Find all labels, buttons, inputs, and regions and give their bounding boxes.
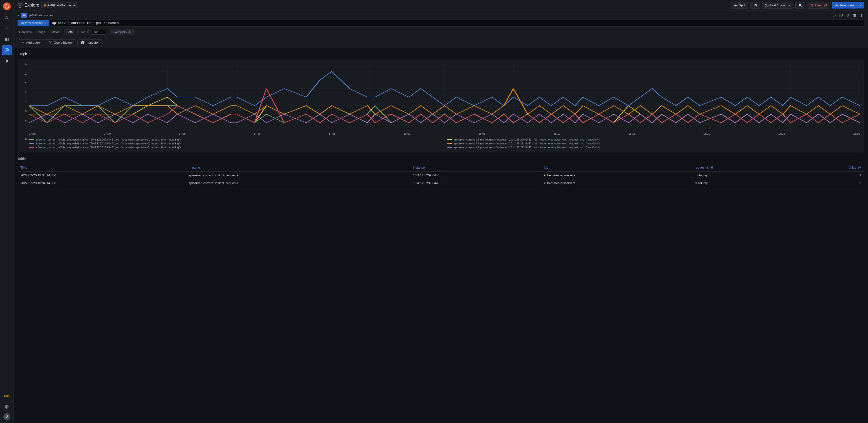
sidebar-item-alerting[interactable] (2, 56, 12, 66)
grafana-logo[interactable] (2, 2, 11, 11)
query-copy-button[interactable] (838, 13, 844, 18)
query-delete-button[interactable] (852, 13, 857, 18)
range-button[interactable]: Range (34, 30, 48, 35)
sidebar-item-add[interactable] (2, 24, 12, 34)
y-axis: 8 7 6 5 4 3 2 1 0 (22, 63, 27, 141)
legend-item-1[interactable]: apiserver_current_inflight_requests{inst… (447, 138, 860, 141)
legend-color-1 (447, 139, 452, 140)
y-label-7: 7 (22, 128, 27, 131)
col-header-job[interactable]: job (541, 164, 692, 172)
run-query-button[interactable]: Run query (832, 2, 857, 8)
legend-item-2[interactable]: apiserver_current_inflight_requests{inst… (29, 142, 441, 145)
x-label-1755: 17:55 (329, 132, 336, 135)
step-label: Step (80, 30, 86, 34)
query-type-label: Query type (18, 30, 32, 34)
svg-point-1 (6, 5, 7, 6)
sidebar-item-settings[interactable] (2, 402, 12, 412)
zoom-out-button[interactable] (795, 2, 805, 8)
y-label-0: 0 (22, 63, 27, 66)
chevron-down-icon (72, 4, 75, 7)
inspector-label: Inspector (86, 41, 99, 44)
col-header-value[interactable]: Value #A (789, 164, 864, 172)
cell-time-0: 2022-02-20 18:34:14.000 (18, 172, 186, 179)
col-header-request-kind[interactable]: request_kind (692, 164, 789, 172)
col-header-name[interactable]: __name__ (186, 164, 410, 172)
x-label-1805: 18:05 (478, 132, 486, 135)
datasource-name: AMPDataSource (47, 3, 71, 7)
x-axis: 17:35 17:40 17:45 17:50 17:55 18:00 18:0… (29, 131, 860, 135)
both-button[interactable]: Both (64, 30, 75, 35)
time-range-picker[interactable]: Last 1 hour (762, 2, 793, 8)
legend-item-4[interactable]: apiserver_current_inflight_requests{inst… (29, 146, 441, 149)
collapse-button[interactable]: ▾ (18, 14, 19, 17)
split-button[interactable]: Split (731, 2, 748, 8)
metrics-browser-button[interactable]: Metrics browser (18, 20, 49, 26)
time-chevron-icon (787, 4, 790, 7)
legend-color-4 (29, 147, 34, 148)
query-history-button[interactable]: Query history (45, 39, 76, 46)
split-label: Split (739, 3, 745, 7)
exemplars-label: Exemplars (113, 30, 127, 34)
cell-value-1: 3 (789, 179, 864, 187)
history-icon (49, 41, 52, 44)
add-query-button[interactable]: Add query (18, 39, 44, 46)
step-info-icon[interactable]: ⓘ (87, 30, 90, 34)
plus-icon (21, 41, 25, 44)
run-query-dropdown-button[interactable] (857, 2, 864, 9)
explore-icon (18, 3, 23, 8)
col-header-time[interactable]: Time (18, 164, 186, 172)
cell-request-kind-0: mutating (692, 172, 789, 179)
datasource-status-dot (44, 4, 46, 6)
eye-icon (846, 14, 849, 17)
legend-label-1: apiserver_current_inflight_requests{inst… (454, 138, 600, 141)
x-label-1810: 18:10 (554, 132, 560, 135)
legend-item-0[interactable]: apiserver_current_inflight_requests{inst… (29, 138, 441, 141)
svg-point-0 (3, 2, 11, 10)
query-help-button[interactable] (831, 13, 837, 18)
run-caret-icon (859, 4, 862, 6)
help-icon (832, 14, 836, 17)
trash-icon (810, 4, 814, 7)
query-header: ▾ A (AMPDataSource) (18, 13, 864, 18)
sidebar-item-aws[interactable]: AWS (2, 391, 12, 401)
clear-all-button[interactable]: Clear all (807, 2, 830, 8)
graph-section: Graph 8 7 6 5 4 3 2 1 0 (14, 48, 868, 157)
page-title: Explore (24, 3, 39, 8)
clear-all-label: Clear all (815, 3, 827, 7)
cell-instance-1: 10.4.128.209:6443 (410, 179, 541, 187)
y-label-1: 1 (22, 72, 27, 75)
share-button[interactable] (750, 2, 760, 8)
main-content: Explore AMPDataSource Split (14, 0, 868, 423)
cell-job-1: kubernetes-apiservers (541, 179, 692, 187)
y-label-6: 6 (22, 119, 27, 122)
table-row: 2022-02-20 18:34:14.000 apiserver_curren… (18, 179, 864, 187)
y-label-3: 3 (22, 91, 27, 94)
query-input-field[interactable] (49, 20, 864, 27)
step-input[interactable] (91, 30, 106, 35)
col-header-instance[interactable]: instance (410, 164, 541, 172)
delete-icon (853, 14, 856, 17)
instant-button[interactable]: Instant (49, 30, 63, 35)
query-more-button[interactable] (859, 13, 864, 18)
chart-legend: apiserver_current_inflight_requests{inst… (29, 138, 860, 149)
topbar-actions: Split Last 1 hour (731, 2, 864, 9)
legend-label-3: apiserver_current_inflight_requests{inst… (454, 142, 600, 145)
legend-item-3[interactable]: apiserver_current_inflight_requests{inst… (447, 142, 860, 145)
query-view-button[interactable] (845, 13, 850, 18)
share-icon (753, 4, 757, 7)
legend-item-5[interactable]: apiserver_current_inflight_requests{inst… (447, 146, 860, 149)
datasource-selector[interactable]: AMPDataSource (41, 2, 78, 8)
table-header: Time __name__ instance job request_kind … (18, 164, 864, 172)
graph-container: 8 7 6 5 4 3 2 1 0 (18, 59, 864, 153)
user-avatar[interactable]: U (3, 413, 10, 420)
inspector-button[interactable]: Inspector (78, 39, 102, 46)
query-label: A (21, 13, 27, 18)
sidebar-item-explore[interactable] (2, 46, 12, 55)
exemplars-toggle[interactable]: Exemplars ⓘ (110, 29, 134, 35)
metrics-arrow-icon (44, 22, 46, 24)
x-label-1735: 17:35 (29, 132, 36, 135)
sidebar-item-search[interactable] (2, 13, 12, 23)
legend-color-3 (447, 143, 452, 144)
y-label-2: 2 (22, 82, 27, 85)
sidebar-item-dashboards[interactable] (2, 35, 12, 44)
